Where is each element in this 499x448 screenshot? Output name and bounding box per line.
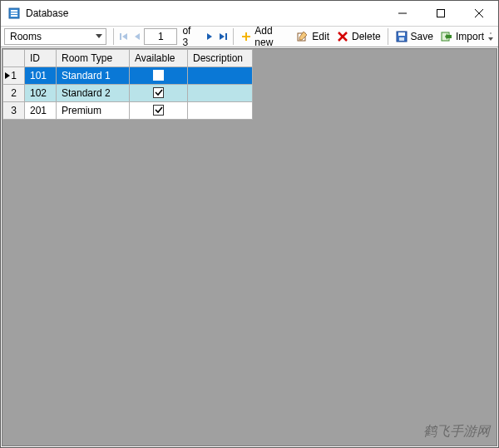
nav-prev-button[interactable] — [131, 28, 144, 45]
cell-room-type[interactable]: Premium — [57, 102, 130, 120]
svg-rect-1 — [11, 10, 17, 12]
column-header-available[interactable]: Available — [130, 50, 188, 67]
delete-icon — [336, 30, 349, 43]
header-row: ID Room Type Available Description — [3, 50, 253, 67]
add-new-label: Add new — [254, 25, 289, 48]
toolbar-overflow-button[interactable] — [487, 27, 495, 47]
svg-rect-16 — [398, 32, 405, 36]
nav-next-button[interactable] — [203, 28, 216, 45]
app-icon — [7, 7, 21, 20]
svg-rect-5 — [437, 10, 445, 17]
svg-rect-9 — [225, 33, 227, 40]
nav-first-button[interactable] — [117, 28, 131, 45]
window-controls — [383, 1, 498, 26]
import-icon — [440, 30, 453, 43]
nav-last-button[interactable] — [216, 28, 230, 45]
edit-label: Edit — [312, 31, 329, 42]
save-icon — [395, 30, 408, 43]
plus-icon — [240, 30, 252, 43]
import-label: Import — [456, 31, 484, 42]
svg-rect-17 — [399, 37, 404, 41]
checkbox[interactable] — [153, 87, 164, 98]
cell-available[interactable] — [130, 85, 188, 102]
save-button[interactable]: Save — [392, 27, 437, 46]
cell-description[interactable] — [188, 67, 253, 85]
maximize-button[interactable] — [422, 1, 460, 26]
cell-room-type[interactable]: Standard 1 — [57, 67, 130, 85]
minimize-button[interactable] — [383, 1, 422, 26]
add-new-button[interactable]: Add new — [237, 27, 293, 46]
column-header-description[interactable]: Description — [188, 50, 253, 67]
cell-room-type[interactable]: Standard 2 — [57, 85, 130, 102]
cell-id[interactable]: 102 — [25, 85, 57, 102]
edit-icon — [296, 30, 309, 43]
corner-cell[interactable] — [3, 50, 25, 67]
svg-point-19 — [491, 32, 492, 34]
table-row[interactable]: 3201Premium — [3, 102, 253, 120]
row-header[interactable]: 2 — [3, 85, 25, 102]
cell-available[interactable] — [130, 67, 188, 85]
window-title: Database — [26, 7, 383, 19]
toolbar: Rooms of 3 Add new — [1, 27, 498, 47]
table-row[interactable]: 2102Standard 2 — [3, 85, 253, 102]
close-button[interactable] — [460, 1, 498, 26]
delete-label: Delete — [352, 31, 381, 42]
separator — [388, 28, 388, 45]
cell-description[interactable] — [188, 85, 253, 102]
table-row[interactable]: 1101Standard 1 — [3, 67, 253, 85]
cell-available[interactable] — [130, 102, 188, 120]
separator — [113, 28, 114, 45]
cell-id[interactable]: 201 — [25, 102, 57, 120]
table-selector-value: Rooms — [10, 31, 42, 42]
row-pointer-icon — [5, 70, 10, 81]
column-header-id[interactable]: ID — [25, 50, 57, 67]
delete-button[interactable]: Delete — [333, 27, 384, 46]
data-grid[interactable]: ID Room Type Available Description 1101S… — [2, 49, 253, 120]
watermark: 鹤飞手游网 — [423, 423, 490, 441]
page-total-label: of 3 — [182, 25, 197, 48]
content-area: ID Room Type Available Description 1101S… — [2, 48, 497, 446]
cell-description[interactable] — [188, 102, 253, 120]
svg-rect-11 — [242, 36, 250, 37]
svg-rect-2 — [11, 12, 17, 14]
app-window: Database Rooms of 3 — [0, 0, 499, 448]
table-selector[interactable]: Rooms — [4, 28, 106, 45]
titlebar: Database — [1, 1, 498, 27]
checkbox[interactable] — [153, 70, 164, 81]
cell-id[interactable]: 101 — [25, 67, 57, 85]
row-header[interactable]: 1 — [3, 67, 25, 85]
svg-rect-8 — [120, 33, 121, 40]
page-number-input[interactable] — [144, 28, 177, 45]
column-header-room-type[interactable]: Room Type — [57, 50, 130, 67]
import-button[interactable]: Import — [437, 27, 487, 46]
separator — [233, 28, 234, 45]
dropdown-icon — [94, 32, 104, 42]
save-label: Save — [411, 31, 433, 42]
checkbox[interactable] — [153, 105, 164, 116]
edit-button[interactable]: Edit — [293, 27, 333, 46]
svg-rect-3 — [11, 15, 17, 17]
row-header[interactable]: 3 — [3, 102, 25, 120]
